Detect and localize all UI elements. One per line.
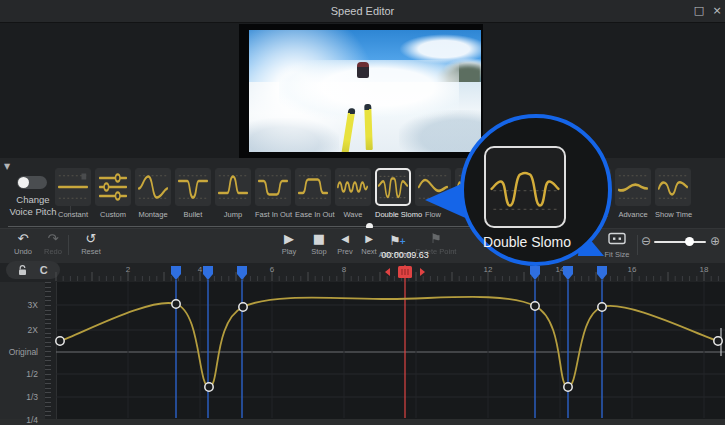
voice-pitch-toggle[interactable]	[17, 176, 47, 189]
reset-icon: ↺	[74, 231, 108, 246]
timeline-ruler[interactable]	[0, 263, 725, 282]
collapse-panel-icon[interactable]: ▼	[4, 162, 10, 171]
zoom-in-icon[interactable]: ⊕	[710, 234, 720, 248]
preset-label: Advance	[615, 210, 651, 219]
speed-graph-area[interactable]	[56, 282, 725, 419]
preset-label: Montage	[135, 210, 171, 219]
video-preview-frame	[239, 24, 483, 158]
ruler-label: 6	[270, 265, 274, 274]
speed-axis-label: 1/2	[0, 369, 38, 379]
video-preview	[249, 30, 481, 152]
zoom-slider-thumb[interactable]	[685, 237, 694, 246]
double-slomo-wave-icon	[486, 148, 564, 226]
preset-wave-icon	[615, 168, 651, 206]
ruler-label: 18	[700, 265, 709, 274]
preset-label: Fast In Out	[255, 210, 291, 219]
callout-preset-thumbnail	[484, 146, 566, 228]
ruler-label: 8	[342, 265, 346, 274]
curve-tool-icon[interactable]: C	[40, 265, 48, 276]
preset-label: Jump	[215, 210, 251, 219]
play-button[interactable]: ▶ Play	[272, 231, 306, 256]
preset-ease-in-out[interactable]: Ease In Out	[295, 168, 331, 219]
preset-bullet[interactable]: Bullet	[175, 168, 211, 219]
toggle-knob	[18, 177, 29, 188]
ruler-label: 14	[556, 265, 565, 274]
preset-label: Wave	[335, 210, 371, 219]
divider	[637, 235, 638, 255]
preset-wave-icon	[175, 168, 211, 206]
preset-wave-icon	[295, 168, 331, 206]
preset-label: Bullet	[175, 210, 211, 219]
maximize-icon[interactable]: □	[690, 0, 708, 22]
speed-axis-label: 3X	[0, 300, 38, 310]
close-icon[interactable]: ×	[708, 0, 725, 22]
vertical-tick-strip	[45, 282, 57, 419]
zoom-out-icon[interactable]: ⊖	[641, 234, 651, 248]
speed-axis-label: 1/4	[0, 415, 38, 425]
ruler-label: 4	[198, 265, 202, 274]
callout-label: Double Slomo	[464, 234, 590, 250]
preset-show-time[interactable]: Show Time	[655, 168, 691, 219]
preset-wave-icon	[95, 168, 131, 206]
preset-montage[interactable]: Montage	[135, 168, 171, 219]
speed-editor-window: Speed Editor □ × ▼ Change Voice Pitch Co…	[0, 0, 725, 425]
fit-size-button[interactable]: Fit Size	[598, 231, 636, 259]
play-icon: ▶	[272, 231, 306, 246]
preset-advance[interactable]: Advance	[615, 168, 651, 219]
speed-axis-label: Original	[0, 347, 38, 357]
reset-button[interactable]: ↺ Reset	[74, 231, 108, 256]
preset-constant[interactable]: Constant	[55, 168, 91, 219]
preset-wave-icon	[655, 168, 691, 206]
preset-label: Ease In Out	[295, 210, 331, 219]
skier-art	[357, 62, 369, 78]
speed-axis-label: 2X	[0, 325, 38, 335]
delete-point-icon: ⚑	[412, 231, 460, 246]
lock-icon[interactable]	[18, 265, 27, 276]
ruler-label: 12	[484, 265, 493, 274]
preset-label: Show Time	[655, 210, 691, 219]
add-point-icon: ⚑+	[389, 233, 401, 248]
preset-wave-icon	[375, 168, 411, 206]
undo-button[interactable]: ↶ Undo	[6, 231, 40, 256]
preset-wave-icon	[255, 168, 291, 206]
preset-wave-icon	[135, 168, 171, 206]
preset-label: Custom	[95, 210, 131, 219]
ruler-label: 16	[628, 265, 637, 274]
preset-label: Flow	[415, 210, 451, 219]
ruler-label: 2	[126, 265, 130, 274]
preset-double-slomo[interactable]: Double Slomo	[375, 168, 411, 219]
speed-axis-label: 1/3	[0, 392, 38, 402]
preset-fast-in-out[interactable]: Fast In Out	[255, 168, 291, 219]
divider	[68, 235, 69, 255]
redo-icon: ↷	[36, 231, 70, 246]
timeline-tools: C	[6, 261, 60, 279]
timecode: 00:00:09.63	[370, 250, 440, 260]
plus-badge-icon: +	[399, 234, 406, 249]
timeline-scrollbar[interactable]	[0, 419, 725, 425]
preset-label: Constant	[55, 210, 91, 219]
magnifier-callout: Double Slomo	[460, 114, 612, 266]
titlebar: Speed Editor □ ×	[0, 0, 725, 23]
preset-wave[interactable]: Wave	[335, 168, 371, 219]
preset-jump[interactable]: Jump	[215, 168, 251, 219]
fit-size-icon	[608, 232, 626, 248]
preset-label: Double Slomo	[375, 210, 411, 219]
preset-custom[interactable]: Custom	[95, 168, 131, 219]
redo-button[interactable]: ↷ Redo	[36, 231, 70, 256]
window-title: Speed Editor	[0, 0, 725, 22]
preset-wave-icon	[335, 168, 371, 206]
preset-wave-icon	[215, 168, 251, 206]
preset-wave-icon	[55, 168, 91, 206]
zoom-slider-track[interactable]	[654, 241, 706, 243]
undo-icon: ↶	[6, 231, 40, 246]
